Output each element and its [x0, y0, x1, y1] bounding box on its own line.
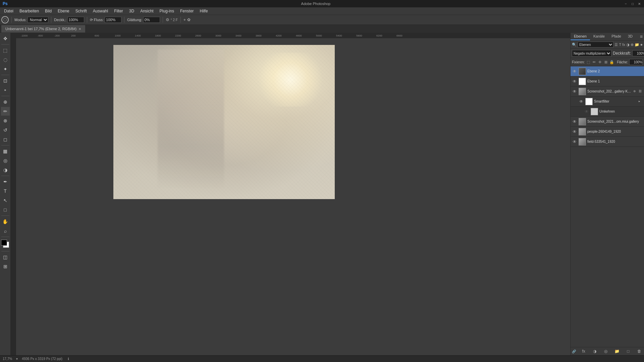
filter-icon-adj[interactable]: ◑ [626, 43, 630, 47]
layer-filter-select[interactable]: Ebenen [578, 42, 613, 48]
gear-icon[interactable]: ⚙ [166, 17, 169, 22]
layer-field[interactable]: 👁 field-533541_1920 [571, 137, 644, 147]
flow-input[interactable] [105, 17, 121, 23]
rect-select-tool[interactable]: ⬚ [1, 46, 10, 55]
hand-tool[interactable]: ✋ [1, 217, 10, 226]
menu-item-3d[interactable]: 3D [126, 8, 137, 14]
main-area: ✥ ⬚ ◌ ✦ ⊡ ⁍ ⊕ ✏ ⊗ ↺ ◻ ▦ ◎ ◑ ✒ T ↖ □ ✋ ⌕ … [0, 33, 644, 355]
lock-transparent-btn[interactable]: ⬚ [586, 59, 590, 65]
tab-close-button[interactable]: ✕ [78, 27, 81, 31]
tab-pfade[interactable]: Pfade [608, 33, 625, 40]
lock-image-btn[interactable]: ✏ [592, 59, 596, 65]
menu-item-bild[interactable]: Bild [42, 8, 54, 14]
lock-all-btn[interactable]: 🔒 [609, 59, 614, 65]
lock-position-btn[interactable]: ✛ [598, 59, 602, 65]
menu-item-ebene[interactable]: Ebene [55, 8, 72, 14]
menu-item-datei[interactable]: Datei [1, 8, 16, 14]
minimize-button[interactable]: − [624, 2, 628, 6]
tab-ebenen[interactable]: Ebenen [571, 33, 590, 40]
symmetry-icon[interactable]: ⌖ [183, 17, 186, 22]
layer-eye-screenshot[interactable]: 👁 [572, 89, 577, 94]
menu-item-auswahl[interactable]: Auswahl [90, 8, 111, 14]
lasso-tool[interactable]: ◌ [1, 55, 10, 64]
shape-tool[interactable]: □ [1, 205, 10, 214]
move-tool[interactable]: ✥ [1, 34, 10, 43]
close-button[interactable]: ✕ [637, 2, 641, 6]
smoothing-input[interactable] [143, 17, 160, 23]
texture-overlay [113, 45, 335, 199]
filter-icon-T[interactable]: T [619, 43, 621, 47]
panel-menu-button[interactable]: ≡ [639, 33, 644, 40]
eyedropper-tool[interactable]: ⁍ [1, 86, 10, 95]
lock-artboard-btn[interactable]: ⊞ [604, 59, 608, 65]
new-layer-button[interactable]: □ [625, 348, 632, 354]
menu-item-bearbeiten[interactable]: Bearbeiten [17, 8, 42, 14]
filter-icon-folder[interactable]: 📁 [635, 43, 639, 47]
layer-people[interactable]: 👁 people-2604149_1920 [571, 127, 644, 137]
new-adj-layer-button[interactable]: ◎ [602, 348, 609, 354]
layer-screenshot2021[interactable]: 👁 Screenshot_2021...om.miui.gallery [571, 117, 644, 127]
add-layer-style-button[interactable]: fx [580, 348, 587, 354]
document-tab[interactable]: Unbenannt-1 bei 17,7% (Ebene 2, RGB/8#) … [1, 25, 86, 33]
add-mask-button[interactable]: ◑ [591, 348, 598, 354]
clone-stamp-tool[interactable]: ⊗ [1, 116, 10, 125]
tab-kanaele[interactable]: Kanäle [590, 33, 608, 40]
menu-item-ansicht[interactable]: Ansicht [138, 8, 156, 14]
layer-smartfilter[interactable]: 👁 Smartfilter ▸ [571, 97, 644, 107]
menu-item-schrift[interactable]: Schrift [73, 8, 90, 14]
fill-input[interactable] [629, 59, 643, 65]
smoothing-option: Glättung: [127, 17, 160, 23]
layer-umkehren[interactable]: 👁 Umkehren [571, 107, 644, 117]
history-brush-tool[interactable]: ↺ [1, 126, 10, 134]
filter-icon-fx[interactable]: fx [622, 43, 625, 47]
quick-mask-tool[interactable]: ◫ [1, 253, 10, 261]
eraser-tool[interactable]: ◻ [1, 135, 10, 144]
delete-layer-button[interactable]: 🗑 [636, 348, 643, 354]
layer-eye-umkehren[interactable]: 👁 [584, 109, 589, 114]
crop-tool[interactable]: ⊡ [1, 76, 10, 85]
layer-screenshot-kopie[interactable]: 👁 Screenshot_202...gallery Kopie ⊕ ⛓ [571, 86, 644, 97]
butterfly-icon[interactable]: ✿ [187, 17, 191, 22]
filter-toggle-btn[interactable]: ☰ [614, 43, 618, 47]
tab-3d[interactable]: 3D [625, 33, 636, 40]
screen-mode-tool[interactable]: ⊞ [1, 262, 10, 271]
foreground-color-swatch[interactable] [1, 240, 7, 246]
filter-toggle-active[interactable]: ● [640, 42, 643, 47]
layer-eye-screenshot2021[interactable]: 👁 [572, 119, 577, 124]
gradient-tool[interactable]: ▦ [1, 147, 10, 156]
titlebar-controls[interactable]: − □ ✕ [624, 2, 641, 6]
filter-icon-smart[interactable]: ⊕ [631, 43, 634, 47]
mode-select[interactable]: Normal [28, 17, 48, 23]
layer-thumb-smartfilter [585, 98, 593, 105]
layer-expand-icon[interactable]: ▸ [639, 100, 643, 104]
canvas-scroll[interactable] [16, 38, 570, 355]
menu-item-plug-ins[interactable]: Plug-ins [157, 8, 177, 14]
layer-eye-smartfilter[interactable]: 👁 [579, 99, 584, 104]
deckkraft-input[interactable] [67, 17, 84, 23]
healing-tool[interactable]: ⊕ [1, 98, 10, 106]
blur-tool[interactable]: ◎ [1, 156, 10, 165]
layer-eye-ebene2[interactable]: 👁 [572, 69, 577, 74]
brush-tool[interactable]: ✏ [1, 107, 10, 116]
fill-label: Fläche: [617, 60, 628, 64]
zoom-tool[interactable]: ⌕ [1, 227, 10, 235]
layer-ebene2[interactable]: 👁 Ebene 2 [571, 66, 644, 76]
menu-item-hilfe[interactable]: Hilfe [197, 8, 211, 14]
menu-item-filter[interactable]: Filter [111, 8, 126, 14]
new-group-button[interactable]: 📁 [614, 348, 621, 354]
dodge-tool[interactable]: ◑ [1, 166, 10, 174]
layer-eye-ebene1[interactable]: 👁 [572, 79, 577, 84]
path-select-tool[interactable]: ↖ [1, 196, 10, 205]
layer-eye-field[interactable]: 👁 [572, 139, 577, 144]
layer-eye-people[interactable]: 👁 [572, 129, 577, 134]
layer-ebene1[interactable]: 👁 Ebene 1 [571, 76, 644, 86]
text-tool[interactable]: T [1, 187, 10, 195]
opacity-input[interactable] [632, 50, 644, 56]
blend-mode-select[interactable]: Negativ multiplizieren [572, 50, 611, 57]
menu-item-fenster[interactable]: Fenster [177, 8, 197, 14]
magic-wand-tool[interactable]: ✦ [1, 65, 10, 73]
maximize-button[interactable]: □ [631, 2, 635, 6]
pen-tool[interactable]: ✒ [1, 177, 10, 186]
flow-label: Fluss: [94, 18, 104, 22]
sep4 [124, 17, 124, 23]
